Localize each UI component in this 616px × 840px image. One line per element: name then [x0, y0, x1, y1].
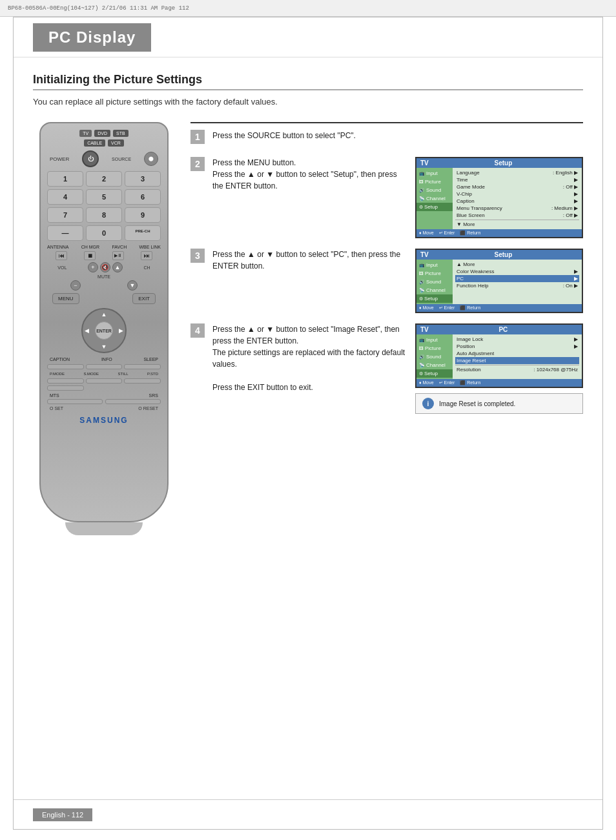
tv3-footer: ♦ Move↵ Enter⬛ Return: [416, 379, 582, 387]
p-mode-btn[interactable]: [47, 378, 84, 384]
info-box: i Image Reset is completed.: [415, 393, 583, 414]
intro-text: You can replace all picture settings wit…: [33, 97, 583, 107]
tv1-sidebar-setup: ⚙Setup: [416, 203, 453, 211]
nav-left-arrow[interactable]: ◀: [85, 327, 89, 334]
ch-mgr-label: CH MGR: [81, 245, 99, 249]
info-btn[interactable]: [86, 364, 123, 369]
s-mode-btn[interactable]: [86, 378, 123, 384]
caption-label: CAPTION: [50, 357, 70, 362]
tv3-tv-label: TV: [420, 326, 429, 333]
mute-label: MUTE: [98, 274, 110, 279]
tv2-colorweakness-row: Color Weakness▶: [455, 268, 579, 275]
menu-btn[interactable]: MENU: [52, 293, 79, 304]
step-4-number: 4: [190, 323, 205, 338]
ch-down[interactable]: ▼: [127, 280, 138, 291]
rew-btn[interactable]: ⏮: [56, 251, 67, 260]
tv3-position-row: Position▶: [455, 343, 579, 350]
num-6[interactable]: 6: [125, 189, 161, 205]
tv-screen-2: TV Setup 📺Input 🖼Picture 🔊Sound 📡Channel: [415, 249, 583, 313]
exit-btn[interactable]: EXIT: [132, 293, 156, 304]
tv1-sidebar-input: 📺Input: [416, 169, 453, 178]
tv3-sidebar-sound: 🔊Sound: [416, 353, 453, 361]
tv2-title: Setup: [429, 251, 578, 258]
vol-plus[interactable]: +: [88, 262, 98, 272]
nav-up-arrow[interactable]: ▲: [101, 311, 107, 318]
enter-btn[interactable]: ENTER: [95, 322, 113, 340]
mute-btn[interactable]: 🔇: [100, 262, 110, 272]
num-5[interactable]: 5: [86, 189, 122, 205]
dvd-btn: DVD: [94, 130, 110, 137]
still-btn[interactable]: [124, 378, 161, 384]
remote-control: TV DVD STB CABLE VCR POWER ⏻ SOURCE ⬤: [33, 122, 175, 535]
tv3-sidebar-channel: 📡Channel: [416, 361, 453, 369]
num-9[interactable]: 9: [125, 207, 161, 223]
tv2-more-row: ▲ More: [455, 261, 579, 268]
tv2-sidebar-setup: ⚙Setup: [416, 294, 453, 303]
tv2-pc-row: PC▶: [455, 275, 579, 282]
tv1-gamemode-row: Game Mode: Off ▶: [455, 183, 579, 190]
tv3-auto-adj-row: Auto Adjustment: [455, 350, 579, 357]
nav-right-arrow[interactable]: ▶: [119, 327, 123, 334]
navigation-pad: ▲ ▼ ◀ ▶ ENTER: [81, 308, 127, 353]
tv2-sidebar-sound: 🔊Sound: [416, 278, 453, 286]
tv1-footer: ♦ Move↵ Enter⬛ Return: [416, 229, 582, 237]
pre-ch-btn[interactable]: PRE-CH: [125, 225, 161, 241]
tv1-sidebar-picture: 🖼Picture: [416, 178, 453, 186]
power-button[interactable]: ⏻: [82, 150, 99, 167]
tv1-sidebar-sound: 🔊Sound: [416, 186, 453, 194]
num-0[interactable]: 0: [86, 225, 122, 241]
num-7[interactable]: 7: [47, 207, 83, 223]
tv2-tv-label: TV: [420, 251, 429, 258]
sleep-btn[interactable]: [124, 364, 161, 369]
tv1-vchip-row: V-Chip▶: [455, 190, 579, 198]
num-4[interactable]: 4: [47, 189, 83, 205]
caption-btn[interactable]: [47, 364, 84, 369]
nav-down-arrow[interactable]: ▼: [101, 343, 107, 350]
tv2-sidebar-picture: 🖼Picture: [416, 269, 453, 278]
tv3-sidebar-setup: ⚙Setup: [416, 369, 453, 378]
num-dash[interactable]: —: [47, 225, 83, 241]
cable-btn: CABLE: [84, 139, 105, 147]
ch-label: CH: [144, 265, 150, 270]
tv3-imagelock-row: Image Lock▶: [455, 336, 579, 343]
mts-label: MTS: [50, 393, 59, 398]
num-3[interactable]: 3: [125, 171, 161, 187]
footer-tab: English - 112: [33, 808, 92, 821]
mode-buttons: [47, 378, 161, 391]
p-std-btn[interactable]: [47, 385, 84, 391]
play-pause-btn[interactable]: ▶⏸: [112, 251, 124, 260]
step-2-text: Press the MENU button.Press the ▲ or ▼ b…: [212, 157, 407, 192]
document-header: BP68-00586A-00Eng(104~127) 2/21/06 11:31…: [0, 0, 616, 17]
srs-btn[interactable]: [105, 399, 161, 404]
tv1-caption-row: Caption▶: [455, 198, 579, 205]
favch-label: FAVCH: [112, 245, 127, 249]
ff-btn[interactable]: ⏭: [141, 251, 152, 260]
tv3-imagereset-row: Image Reset: [455, 357, 579, 364]
ch-up[interactable]: ▲: [112, 262, 123, 272]
step-4-text: Press the ▲ or ▼ button to select "Image…: [212, 323, 407, 393]
power-label: POWER: [50, 156, 69, 162]
tv3-title: PC: [429, 326, 578, 333]
step-1-text: Press the SOURCE button to select "PC".: [212, 130, 583, 141]
samsung-logo: SAMSUNG: [47, 416, 161, 425]
num-2[interactable]: 2: [86, 171, 122, 187]
stop-btn[interactable]: ⏹: [84, 251, 96, 260]
s-mode-label: S.MODE: [83, 372, 99, 376]
vcr-btn: VCR: [108, 139, 124, 147]
mts-btn[interactable]: [47, 399, 103, 404]
stb-btn: STB: [113, 130, 128, 137]
tv1-language-row: Language: English ▶: [455, 169, 579, 176]
source-button[interactable]: ⬤: [144, 152, 158, 166]
tv3-sidebar-input: 📺Input: [416, 336, 453, 344]
step-3-text: Press the ▲ or ▼ button to select "PC", …: [212, 249, 407, 272]
p-std-label: P.STD: [147, 372, 158, 376]
antenna-label: ANTENNA: [47, 245, 68, 249]
vol-label: VOL: [57, 265, 67, 270]
step-1-number: 1: [190, 130, 205, 144]
step-2-number: 2: [190, 157, 205, 171]
num-1[interactable]: 1: [47, 171, 83, 187]
num-8[interactable]: 8: [86, 207, 122, 223]
steps-container: 1 Press the SOURCE button to select "PC"…: [190, 122, 583, 420]
vol-minus[interactable]: −: [70, 280, 81, 291]
tv1-bluescreen-row: Blue Screen: Off ▶: [455, 212, 579, 219]
